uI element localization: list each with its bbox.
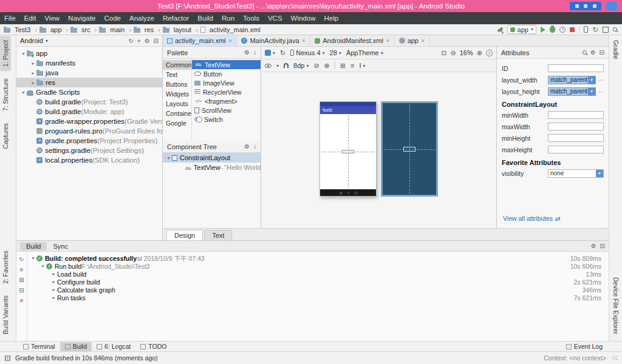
build-output-row[interactable]: ▸ Calculate task graph 346ms bbox=[27, 286, 609, 294]
expand-chevron-icon[interactable]: ▾ bbox=[20, 51, 27, 56]
build-button[interactable]: Build bbox=[60, 342, 92, 351]
build-output-row[interactable]: ▾ Run build F:\Andriod_Studio\Test3 10s … bbox=[27, 262, 609, 270]
design-canvas[interactable]: Test3 ◁ ○ □ bbox=[261, 72, 496, 228]
menu-item[interactable]: Analyze bbox=[125, 12, 159, 24]
menu-item[interactable]: Navigate bbox=[64, 12, 100, 24]
gear-icon[interactable]: ⚙ bbox=[590, 49, 596, 56]
toolwindow-switcher-icon[interactable] bbox=[5, 356, 10, 361]
expand-chevron-icon[interactable]: ▸ bbox=[30, 80, 36, 86]
textview-widget[interactable] bbox=[342, 150, 354, 153]
zoom-in-icon[interactable]: ⊕ bbox=[477, 49, 482, 57]
expand-chevron-icon[interactable]: ▸ bbox=[50, 271, 57, 277]
close-icon[interactable]: ✕ bbox=[421, 38, 425, 44]
layout-height-combo[interactable]: match_parent ▾ bbox=[548, 87, 596, 96]
menu-item[interactable]: File bbox=[0, 12, 20, 24]
project-tree-item[interactable]: gradle.properties (Project Properties) bbox=[16, 136, 162, 146]
build-output-row[interactable]: ▸ Configure build 2s 621ms bbox=[27, 278, 609, 286]
expand-icon[interactable]: ↕ bbox=[253, 49, 256, 56]
theme-selector[interactable]: AppTheme ▾ bbox=[346, 49, 383, 56]
maxheight-input[interactable] bbox=[548, 146, 604, 153]
breadcrumb-item[interactable]: app › bbox=[39, 26, 70, 33]
toolwindow-tab[interactable]: 7: Structure bbox=[0, 74, 11, 115]
project-tree-item[interactable]: gradle-wrapper.properties (Gradle Versio… bbox=[16, 116, 162, 126]
build-hammer-icon[interactable] bbox=[497, 27, 503, 32]
textview-widget-blueprint[interactable] bbox=[403, 147, 415, 152]
zoom-out-icon[interactable]: ⊖ bbox=[451, 49, 456, 57]
project-tree-item[interactable]: settings.gradle (Project Settings) bbox=[16, 146, 162, 155]
project-tree-item[interactable]: ▸ res bbox=[16, 78, 162, 87]
gear-icon[interactable]: ⚙ bbox=[244, 49, 250, 56]
palette-item[interactable]: RecyclerView bbox=[192, 87, 261, 96]
palette-item[interactable]: <fragment> bbox=[192, 96, 261, 106]
logcat-button[interactable]: 6: Logcat bbox=[92, 342, 135, 351]
palette-category[interactable]: Widgets bbox=[163, 89, 191, 99]
expand-chevron-icon[interactable]: ▸ bbox=[50, 295, 57, 300]
gradle-sync-icon[interactable]: ↻ bbox=[592, 26, 598, 33]
chevron-down-icon[interactable]: ▾ bbox=[588, 88, 595, 95]
expand-chevron-icon[interactable]: ▾ bbox=[20, 90, 27, 95]
run-button[interactable] bbox=[541, 27, 545, 33]
expand-icon[interactable]: ↕ bbox=[253, 143, 256, 150]
project-tree-item[interactable]: build.gradle (Project: Test3) bbox=[16, 97, 162, 107]
project-tree-item[interactable]: ▸ java bbox=[16, 68, 162, 78]
toolwindow-tab[interactable]: Build Variants bbox=[0, 291, 11, 339]
avd-manager-icon[interactable] bbox=[584, 26, 588, 33]
expand-all-icon[interactable]: ⊞ bbox=[19, 277, 24, 283]
device-selector[interactable]: Nexus 4 ▾ bbox=[290, 49, 324, 56]
preview-body[interactable] bbox=[320, 114, 376, 189]
pack-icon[interactable]: ⊞ bbox=[340, 62, 346, 70]
editor-tab[interactable]: activity_main.xml ✕ bbox=[163, 35, 237, 46]
gear-icon[interactable]: ⚙ bbox=[244, 143, 250, 150]
palette-category[interactable]: Layouts bbox=[163, 99, 191, 109]
hide-panel-icon[interactable]: ⊟ bbox=[600, 49, 604, 56]
expand-chevron-icon[interactable]: ▾ bbox=[165, 155, 172, 161]
editor-tab[interactable]: MainActivity.java ✕ bbox=[237, 35, 310, 46]
event-log-button[interactable]: Event Log bbox=[561, 342, 607, 351]
project-tree-item[interactable]: ▾ app bbox=[16, 49, 162, 58]
minwidth-input[interactable] bbox=[548, 111, 604, 119]
zoom-fit-icon[interactable]: ⊡ bbox=[441, 49, 446, 57]
api-selector[interactable]: 28 ▾ bbox=[330, 49, 341, 56]
stop-button[interactable] bbox=[570, 27, 575, 32]
editor-tab[interactable]: app ✕ bbox=[395, 35, 430, 46]
expand-chevron-icon[interactable]: ▸ bbox=[30, 61, 36, 66]
profile-button[interactable] bbox=[559, 27, 566, 33]
debug-button[interactable] bbox=[550, 27, 555, 33]
sync-output-tab[interactable]: Sync bbox=[47, 242, 73, 251]
id-input[interactable] bbox=[548, 64, 604, 72]
expand-chevron-icon[interactable]: ▸ bbox=[50, 287, 57, 292]
toolwindow-tab[interactable]: Gradle bbox=[610, 36, 621, 64]
terminal-button[interactable]: Terminal bbox=[18, 342, 60, 351]
chevron-down-icon[interactable]: ▾ bbox=[588, 76, 595, 84]
build-output-row[interactable]: ▸ Load build 13ms bbox=[27, 270, 609, 278]
breadcrumb-item[interactable]: activity_main.xml › bbox=[200, 26, 261, 33]
todo-button[interactable]: TODO bbox=[135, 342, 171, 351]
project-tree-item[interactable]: proguard-rules.pro (ProGuard Rules for a… bbox=[16, 126, 162, 136]
resize-grip[interactable] bbox=[612, 356, 617, 360]
text-mode-tab[interactable]: Text bbox=[204, 230, 232, 240]
menu-item[interactable]: Run bbox=[217, 12, 239, 24]
gear-icon[interactable]: ⚙ bbox=[591, 243, 596, 249]
hide-panel-icon[interactable]: ⊟ bbox=[600, 243, 605, 249]
build-output-tab[interactable]: Build bbox=[20, 242, 47, 251]
blueprint-preview-phone[interactable] bbox=[381, 101, 438, 197]
search-icon[interactable] bbox=[583, 50, 587, 55]
close-icon[interactable]: ✕ bbox=[228, 38, 233, 44]
menu-item[interactable]: Refactor bbox=[159, 12, 193, 24]
filter-icon[interactable]: ≡ bbox=[20, 267, 24, 273]
project-tree-item[interactable]: local.properties (SDK Location) bbox=[16, 155, 162, 165]
editor-tab[interactable]: AndroidManifest.xml ✕ bbox=[310, 35, 394, 46]
component-tree-item[interactable]: TextView - "Hello World!" bbox=[163, 163, 261, 172]
toolwindow-tab[interactable]: 2: Favorites bbox=[0, 246, 11, 288]
run-configuration-combo[interactable]: app▾ bbox=[507, 25, 536, 34]
menu-item[interactable]: VCS bbox=[264, 12, 287, 24]
project-tree-item[interactable]: build.gradle (Module: app) bbox=[16, 107, 162, 116]
menu-item[interactable]: Window bbox=[287, 12, 320, 24]
expand-chevron-icon[interactable]: ▾ bbox=[39, 263, 46, 269]
search-everywhere-icon[interactable] bbox=[613, 27, 617, 32]
design-surface-selector[interactable]: ▾ bbox=[265, 50, 275, 56]
infer-constraints-icon[interactable]: ⊕ bbox=[324, 62, 330, 70]
clear-constraints-icon[interactable]: ⊘ bbox=[313, 62, 319, 70]
build-output-row[interactable]: ▾ Build: completed successfully at 2018/… bbox=[27, 254, 609, 262]
palette-category[interactable]: Text bbox=[163, 70, 191, 79]
